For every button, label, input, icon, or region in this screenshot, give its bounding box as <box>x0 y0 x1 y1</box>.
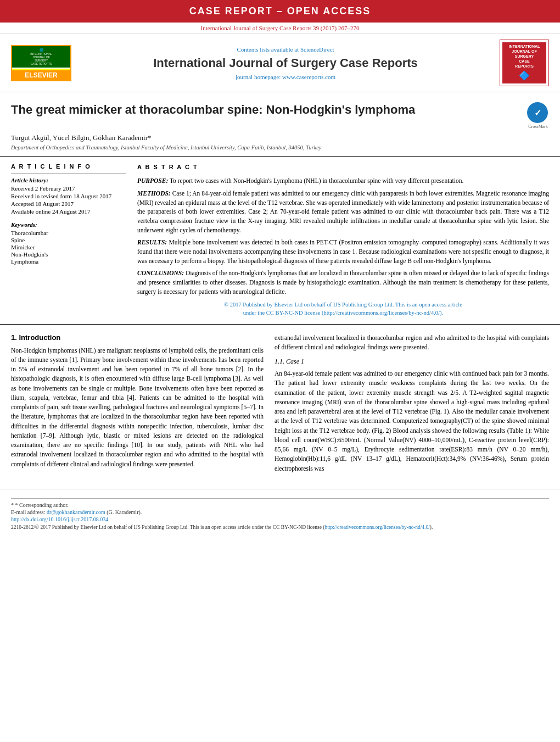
banner-title: CASE REPORT – OPEN ACCESS <box>189 5 371 16</box>
homepage-link[interactable]: www.casereports.com <box>282 74 335 80</box>
journal-logo-top: 🌐 INTERNATIONALJOURNAL OFSURGERYCASE REP… <box>12 46 70 68</box>
article-title-section: The great mimicker at thoracolumbar spin… <box>0 92 560 157</box>
left-column: 1. Introduction Non-Hodgkin lymphomas (N… <box>11 333 264 478</box>
email-line: E-mail address: dr@gokhankarademir.com (… <box>11 509 549 515</box>
abstract-methods: METHODS: Case 1; An 84-year-old female p… <box>137 189 549 235</box>
abstract-section: A B S T R A C T PURPOSE: To report two c… <box>137 163 549 317</box>
journal-logo-inner-text: INTERNATIONALJOURNAL OFSURGERYCASEREPORT… <box>502 42 546 83</box>
email-address[interactable]: dr@gokhankarademir.com <box>47 509 105 515</box>
cc-license-footer-link[interactable]: http://creativecommons.org/licenses/by-n… <box>324 525 429 530</box>
abstract-conclusions: CONCLUSIONS: Diagnosis of the non-Hodgki… <box>137 269 549 296</box>
crossmark-label: CrossMark <box>527 124 549 129</box>
elsevier-logo: 🌐 INTERNATIONALJOURNAL OFSURGERYCASE REP… <box>11 45 71 81</box>
keyword-5: Lymphoma <box>11 258 126 265</box>
article-title-row: The great mimicker at thoracolumbar spin… <box>11 102 549 129</box>
open-access-note: © 2017 Published by Elsevier Ltd on beha… <box>137 300 549 317</box>
conclusions-text: Diagnosis of the non-Hodgkin's lymphomas… <box>137 270 549 294</box>
contents-available: Contents lists available at ScienceDirec… <box>71 46 500 53</box>
main-content: 1. Introduction Non-Hodgkin lymphomas (N… <box>0 325 560 487</box>
results-label: RESULTS: <box>137 239 167 246</box>
journal-center: Contents lists available at ScienceDirec… <box>71 46 500 80</box>
abstract-results: RESULTS: Multiple bone involvement was d… <box>137 238 549 265</box>
journal-logo-right: INTERNATIONALJOURNAL OFSURGERYCASEREPORT… <box>500 40 549 86</box>
header-banner: CASE REPORT – OPEN ACCESS <box>0 0 560 23</box>
abstract-purpose: PURPOSE: To report two cases with Non-Ho… <box>137 176 549 186</box>
authors-line: Turgut Akgül, Yücel Bilgin, Gökhan Karad… <box>11 133 549 142</box>
available-date: Available online 24 August 2017 <box>11 208 126 215</box>
keyword-2: Spine <box>11 237 126 243</box>
intro-section-title: 1. Introduction <box>11 333 264 342</box>
asterisk: * <box>11 502 15 508</box>
cc-license-link[interactable]: http://creativecommons.org/licenses/by-n… <box>324 310 440 316</box>
journal-logo-text: INTERNATIONALJOURNAL OFSURGERYCASE REPOR… <box>14 52 68 65</box>
article-body: A R T I C L E I N F O Article history: R… <box>0 157 560 324</box>
right-column: extranodal involvement localized in thor… <box>275 333 549 478</box>
article-history-label: Article history: <box>11 177 126 183</box>
methods-text: Case 1; An 84-year-old female patient wa… <box>137 190 549 233</box>
article-info-header: A R T I C L E I N F O <box>11 163 126 170</box>
accepted-date: Accepted 18 August 2017 <box>11 200 126 207</box>
keyword-3: Mimicker <box>11 244 126 250</box>
journal-title: International Journal of Surgery Case Re… <box>71 56 500 70</box>
crossmark-badge: ✓ CrossMark <box>527 102 549 129</box>
top-section: 🌐 INTERNATIONALJOURNAL OFSURGERYCASE REP… <box>0 34 560 92</box>
affiliation-line: Department of Orthopedics and Traumatolo… <box>11 144 549 150</box>
elsevier-label: ELSEVIER <box>12 70 70 80</box>
methods-label: METHODS: <box>137 190 171 197</box>
journal-homepage: journal homepage: www.casereports.com <box>71 74 500 80</box>
keyword-4: Non-Hodgkin's <box>11 251 126 258</box>
results-text: Multiple bone involvement was detected i… <box>137 239 549 264</box>
footer-section: * * Corresponding author. E-mail address… <box>0 489 560 535</box>
keyword-1: Thoracolumbar <box>11 230 126 236</box>
received-revised-date: Received in revised form 18 August 2017 <box>11 193 126 199</box>
doi-line[interactable]: http://dx.doi.org/10.1016/j.ijscr.2017.0… <box>11 516 549 522</box>
email-label: E-mail address: <box>11 509 45 515</box>
journal-ref-bar: International Journal of Surgery Case Re… <box>0 23 560 34</box>
open-access-text: © 2017 Published by Elsevier Ltd on beha… <box>224 302 462 316</box>
purpose-label: PURPOSE: <box>137 177 168 184</box>
abstract-header: A B S T R A C T <box>137 163 549 172</box>
copyright-text: 2210-2612/© 2017 Published by Elsevier L… <box>11 525 433 530</box>
intro-paragraph: Non-Hodgkin lymphomas (NHL) are malignan… <box>11 346 264 469</box>
crossmark-icon: ✓ <box>527 102 548 123</box>
doi-url[interactable]: http://dx.doi.org/10.1016/j.ijscr.2017.0… <box>11 516 108 522</box>
purpose-text: To report two cases with Non-Hodgkin's L… <box>168 177 463 184</box>
corresponding-note: * * Corresponding author. <box>11 502 549 508</box>
right-intro-continuation: extranodal involvement localized in thor… <box>275 333 549 353</box>
copyright-line: 2210-2612/© 2017 Published by Elsevier L… <box>11 525 549 530</box>
case1-paragraph: An 84-year-old female patient was admitt… <box>275 369 549 473</box>
conclusions-label: CONCLUSIONS: <box>137 270 184 276</box>
article-info: A R T I C L E I N F O Article history: R… <box>11 163 126 317</box>
keywords-section: Keywords: Thoracolumbar Spine Mimicker N… <box>11 221 126 265</box>
sciencedirect-link[interactable]: ScienceDirect <box>300 46 334 53</box>
case1-subsection-title: 1.1. Case 1 <box>275 358 549 366</box>
email-name: (G. Karademir). <box>107 509 142 515</box>
journal-ref-text: International Journal of Surgery Case Re… <box>201 25 360 31</box>
article-main-title: The great mimicker at thoracolumbar spin… <box>11 102 527 118</box>
keywords-label: Keywords: <box>11 221 126 228</box>
received-date: Received 2 February 2017 <box>11 185 126 192</box>
